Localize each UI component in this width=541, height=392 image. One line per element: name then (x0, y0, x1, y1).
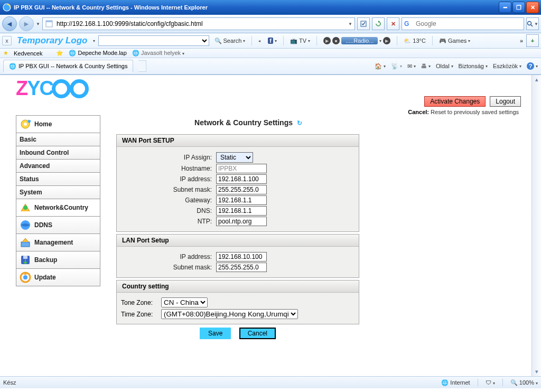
logout-button[interactable]: Logout (490, 96, 521, 107)
toolbar-search-button[interactable]: 🔍 Search ▾ (212, 38, 248, 44)
forward-button[interactable]: ► (19, 16, 34, 31)
nav-dropdown-icon[interactable]: ▼ (36, 22, 40, 26)
sidebar-item-basic[interactable]: Basic (16, 133, 100, 146)
facebook-button[interactable]: f▾ (266, 38, 279, 44)
svg-point-10 (23, 206, 27, 210)
security-menu[interactable]: Biztonság▾ (459, 63, 488, 69)
minimize-button[interactable]: ━ (499, 2, 511, 13)
print-button[interactable]: 🖶▾ (421, 63, 431, 69)
logo-dropdown-icon[interactable]: ▾ (93, 39, 95, 43)
help-icon: ? (527, 62, 534, 70)
help-button[interactable]: ?▾ (527, 62, 538, 70)
refresh-icon[interactable]: ↻ (297, 119, 302, 127)
ie-icon (2, 3, 12, 12)
sidebar-item-advanced[interactable]: Advanced (16, 159, 100, 172)
browser-search[interactable]: G (402, 17, 524, 30)
radio-next-icon[interactable]: ▶ (383, 37, 390, 44)
home-button[interactable]: 🏠▾ (375, 63, 386, 70)
games-icon: 🎮 (439, 38, 446, 44)
back-button[interactable]: ◄ (2, 16, 17, 31)
ie-small-icon: 🌐 (132, 50, 139, 56)
scroll-down-icon[interactable]: ▾ (532, 367, 541, 376)
wan-ip-input[interactable] (216, 174, 267, 184)
radio-stop-icon[interactable]: ■ (332, 37, 340, 44)
gateway-input[interactable] (216, 195, 267, 205)
wan-subnet-input[interactable] (216, 185, 267, 194)
search-input[interactable] (414, 20, 524, 27)
lan-panel: LAN Port Setup IP address: Subnet mask: (116, 234, 359, 278)
zone-indicator[interactable]: 🌐 Internet (441, 379, 470, 386)
refresh-button[interactable] (372, 17, 385, 30)
activate-changes-button[interactable]: Activate Changes (424, 96, 486, 107)
sidebar-item-system[interactable]: System (16, 185, 100, 199)
ntp-input[interactable] (216, 217, 267, 226)
sidebar-item-network-country[interactable]: Network&Country (16, 199, 100, 216)
read-mail-button[interactable]: ✉▾ (407, 63, 416, 70)
lan-ip-input[interactable] (216, 252, 267, 262)
toolbar-add-button[interactable]: + (526, 34, 539, 47)
games-button[interactable]: 🎮Games▾ (437, 38, 472, 44)
maximize-button[interactable]: ❐ (512, 2, 525, 13)
sidebar-item-management[interactable]: Management (16, 234, 100, 251)
stop-button[interactable]: ✕ (387, 17, 399, 30)
ip-assign-label: IP Assign: (122, 154, 212, 161)
ip-assign-select[interactable]: Static (216, 152, 253, 163)
lan-subnet-input[interactable] (216, 263, 267, 272)
hostname-label: Hostname: (122, 165, 212, 172)
cancel-button[interactable]: Cancel (239, 328, 276, 339)
time-zone-select[interactable]: (GMT+08:00)Beijing,Hong Kong,Urumqi (161, 309, 298, 319)
feeds-button[interactable]: 📡▾ (391, 63, 402, 70)
fav-depeche[interactable]: 🌐 Depeche Mode.lap (69, 50, 126, 57)
toolbar-close-button[interactable]: x (2, 36, 12, 45)
tab-strip: 🌐 IP PBX GUI -- Network & Country Settin… (0, 58, 541, 74)
page-menu[interactable]: Oldal▾ (436, 63, 453, 69)
sidebar-item-backup[interactable]: Backup (16, 251, 100, 268)
nav-prev-button[interactable]: ◂ (256, 39, 263, 43)
scroll-up-icon[interactable]: ▴ (532, 75, 541, 84)
lan-subnet-label: Subnet mask: (122, 264, 212, 271)
sidebar-item-status[interactable]: Status (16, 172, 100, 185)
svg-point-16 (23, 275, 27, 279)
fav-suggested-sites[interactable]: 🌐 Javasolt helyek ▾ (132, 50, 184, 57)
sidebar-item-home[interactable]: Home (16, 115, 100, 133)
backup-icon (20, 254, 31, 266)
favorites-bar: ★ Kedvencek ⭐ 🌐 Depeche Mode.lap 🌐 Javas… (0, 49, 541, 58)
favorites-label[interactable]: Kedvencek (14, 50, 42, 57)
google-icon: G (402, 20, 414, 27)
compat-button[interactable] (357, 17, 370, 30)
toolbar-search-combo[interactable] (98, 35, 209, 46)
sidebar-item-update[interactable]: Update (16, 268, 100, 286)
radio-widget[interactable]: ▶ ■ .....Radio... ▾ ▶ (321, 37, 393, 44)
wan-panel-header: WAN Port SETUP (117, 135, 359, 147)
save-button[interactable]: Save (200, 328, 231, 339)
tv-button[interactable]: 📺TV▾ (288, 38, 312, 44)
sidebar-item-inbound[interactable]: Inbound Control (16, 146, 100, 159)
active-tab[interactable]: 🌐 IP PBX GUI -- Network & Country Settin… (3, 60, 133, 72)
globe-icon (20, 219, 31, 231)
window-title: IP PBX GUI -- Network & Country Settings… (14, 4, 208, 11)
gateway-label: Gateway: (122, 197, 212, 204)
tools-menu[interactable]: Eszközök▾ (493, 63, 521, 69)
country-panel-header: Country setting (117, 281, 359, 293)
mail-icon: ✉ (407, 63, 412, 70)
close-button[interactable]: ✕ (526, 2, 539, 13)
zoom-control[interactable]: 🔍 100% ▾ (510, 379, 538, 386)
favorites-star-icon[interactable]: ★ (3, 50, 8, 57)
lan-panel-header: LAN Port Setup (117, 235, 359, 247)
radio-prev-icon[interactable]: ▶ (323, 37, 331, 44)
protected-mode-icon[interactable]: 🛡 ▾ (486, 379, 495, 386)
facebook-icon: f (268, 38, 273, 44)
address-dropdown-icon[interactable]: ▼ (348, 22, 352, 26)
search-go-button[interactable]: ▼ (526, 17, 539, 30)
dns-input[interactable] (216, 206, 267, 216)
page-title: Network & Country Settings ↻ (137, 118, 359, 127)
vertical-scrollbar[interactable]: ▴ ▾ (531, 75, 541, 376)
sidebar-item-ddns[interactable]: DDNS (16, 216, 100, 234)
new-tab-button[interactable] (138, 60, 146, 72)
hostname-input[interactable] (216, 164, 267, 173)
tone-zone-select[interactable]: CN - China (161, 297, 208, 307)
address-input[interactable] (55, 20, 348, 28)
weather-button[interactable]: ⛅13°C (402, 38, 428, 44)
address-bar[interactable]: ▼ (42, 17, 355, 30)
toolbar-more-icon[interactable]: » (520, 38, 523, 44)
